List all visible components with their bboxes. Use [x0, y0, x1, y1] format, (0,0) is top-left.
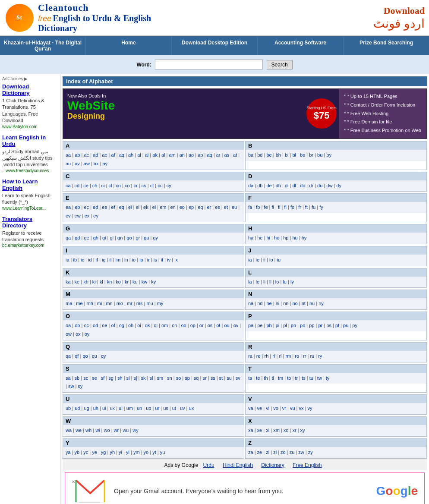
- alpha-link[interactable]: gd: [75, 235, 80, 240]
- sidebar-link-how-to-learn[interactable]: How to Learn English: [2, 178, 58, 191]
- alpha-link[interactable]: ce: [83, 183, 88, 188]
- alpha-link[interactable]: va: [248, 406, 253, 411]
- alpha-link[interactable]: eu: [232, 205, 237, 210]
- alpha-link[interactable]: hy: [302, 235, 307, 240]
- alpha-link[interactable]: ku: [132, 279, 138, 284]
- alpha-link[interactable]: do: [300, 183, 305, 188]
- alpha-link[interactable]: cy: [167, 183, 171, 188]
- alpha-link[interactable]: ui: [102, 406, 106, 411]
- alpha-link[interactable]: cs: [142, 183, 146, 188]
- alpha-link[interactable]: mr: [127, 301, 132, 306]
- alpha-link[interactable]: rh: [265, 353, 269, 359]
- alpha-link[interactable]: gi: [102, 235, 106, 240]
- alpha-link[interactable]: oy: [85, 331, 90, 337]
- alpha-link[interactable]: gn: [117, 235, 123, 240]
- alpha-link[interactable]: iu: [277, 257, 281, 262]
- alpha-link[interactable]: in: [124, 257, 128, 262]
- alpha-link[interactable]: sa: [66, 375, 71, 381]
- alpha-link[interactable]: re: [256, 353, 261, 359]
- alpha-link[interactable]: ix: [174, 257, 178, 262]
- alpha-link[interactable]: ia: [248, 257, 252, 262]
- alpha-link[interactable]: ee: [102, 205, 107, 210]
- alpha-link[interactable]: ai: [145, 152, 149, 158]
- alpha-link[interactable]: zl: [273, 450, 277, 455]
- alpha-link[interactable]: ox: [76, 331, 81, 337]
- alpha-link[interactable]: on: [172, 323, 177, 328]
- alpha-link[interactable]: av: [75, 161, 80, 166]
- alpha-link[interactable]: ai: [137, 152, 141, 158]
- alpha-link[interactable]: me: [76, 301, 82, 306]
- alpha-link[interactable]: ov: [233, 323, 239, 328]
- alpha-link[interactable]: mu: [146, 301, 153, 306]
- alpha-link[interactable]: wy: [132, 428, 138, 433]
- alpha-link[interactable]: st: [219, 375, 223, 381]
- alpha-link[interactable]: ro: [295, 353, 299, 359]
- alpha-link[interactable]: zo: [281, 450, 286, 455]
- alpha-link[interactable]: ma: [66, 301, 72, 306]
- alpha-link[interactable]: sv: [236, 375, 240, 381]
- alpha-link[interactable]: ts: [302, 375, 306, 381]
- alpha-link[interactable]: ed: [93, 205, 98, 210]
- alpha-link[interactable]: go: [126, 235, 132, 240]
- alpha-link[interactable]: ah: [128, 152, 133, 158]
- alpha-link[interactable]: cr: [134, 183, 138, 188]
- alpha-link[interactable]: el: [152, 205, 156, 210]
- alpha-link[interactable]: kw: [142, 279, 147, 284]
- sidebar-link-download-dict[interactable]: Download Dictionary: [2, 83, 58, 96]
- alpha-link[interactable]: dw: [326, 183, 332, 188]
- alpha-link[interactable]: yg: [101, 450, 106, 455]
- alpha-link[interactable]: ao: [189, 152, 194, 158]
- alpha-link[interactable]: cd: [75, 183, 80, 188]
- bottom-link-urdu[interactable]: Urdu: [203, 462, 214, 468]
- alpha-link[interactable]: sp: [185, 375, 190, 381]
- alpha-link[interactable]: aq: [207, 152, 212, 158]
- alpha-link[interactable]: fa: [248, 205, 252, 210]
- alpha-link[interactable]: ky: [151, 279, 156, 284]
- alpha-link[interactable]: du: [317, 183, 322, 188]
- alpha-link[interactable]: sk: [141, 375, 145, 381]
- alpha-link[interactable]: ok: [145, 323, 150, 328]
- alpha-link[interactable]: wo: [104, 428, 110, 433]
- alpha-link[interactable]: ap: [198, 152, 203, 158]
- alpha-link[interactable]: ym: [133, 450, 140, 455]
- alpha-link[interactable]: kl: [100, 279, 103, 284]
- alpha-link[interactable]: se: [92, 375, 97, 381]
- alpha-link[interactable]: an: [180, 152, 185, 158]
- alpha-link[interactable]: sc: [83, 375, 88, 381]
- alpha-link[interactable]: so: [176, 375, 181, 381]
- alpha-link[interactable]: kh: [83, 279, 88, 284]
- alpha-link[interactable]: ve: [257, 406, 262, 411]
- alpha-link[interactable]: ew: [75, 213, 81, 218]
- alpha-link[interactable]: fb: [256, 205, 260, 210]
- alpha-link[interactable]: fy: [319, 205, 323, 210]
- alpha-link[interactable]: ny: [319, 301, 324, 306]
- alpha-link[interactable]: ut: [172, 406, 176, 411]
- alpha-link[interactable]: su: [227, 375, 232, 381]
- alpha-link[interactable]: zi: [266, 450, 269, 455]
- alpha-link[interactable]: sm: [157, 375, 163, 381]
- alpha-link[interactable]: xe: [257, 428, 262, 433]
- alpha-link[interactable]: yc: [83, 450, 88, 455]
- alpha-link[interactable]: pp: [309, 323, 314, 328]
- alpha-link[interactable]: yh: [110, 450, 115, 455]
- alpha-link[interactable]: ps: [326, 323, 331, 328]
- alpha-link[interactable]: ad: [93, 152, 98, 158]
- search-button[interactable]: Search: [267, 60, 293, 69]
- alpha-link[interactable]: sn: [167, 375, 172, 381]
- alpha-link[interactable]: wh: [85, 428, 91, 433]
- alpha-link[interactable]: nt: [302, 301, 306, 306]
- sidebar-link-learn-english[interactable]: Learn English in Urdu: [2, 134, 58, 147]
- nav-item-quran[interactable]: Khazain-ul-Hidayat - The Digital Qur'an: [0, 36, 86, 55]
- alpha-link[interactable]: mn: [106, 301, 112, 306]
- alpha-link[interactable]: cn: [116, 183, 121, 188]
- alpha-link[interactable]: oh: [128, 323, 133, 328]
- alpha-link[interactable]: ie: [256, 257, 260, 262]
- alpha-link[interactable]: fu: [312, 205, 315, 210]
- alpha-link[interactable]: dh: [276, 183, 281, 188]
- alpha-link[interactable]: vu: [290, 406, 295, 411]
- alpha-link[interactable]: ur: [155, 406, 159, 411]
- alpha-link[interactable]: ch: [92, 183, 98, 188]
- bottom-link-dictionary[interactable]: Dictionary: [261, 462, 284, 468]
- alpha-link[interactable]: ly: [290, 279, 294, 284]
- alpha-link[interactable]: he: [257, 235, 262, 240]
